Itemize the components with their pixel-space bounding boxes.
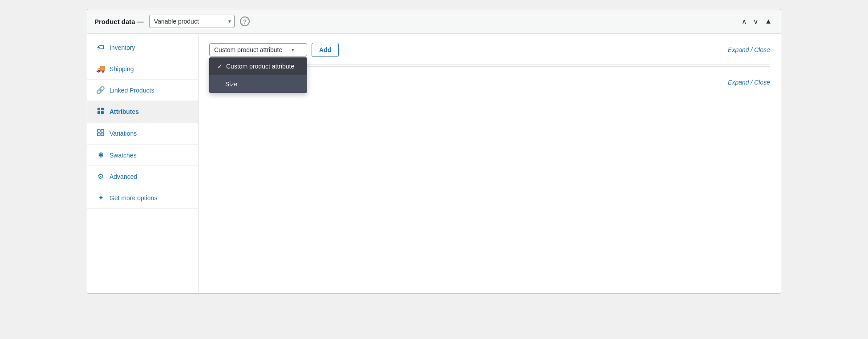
svg-rect-5 (101, 129, 104, 132)
shipping-icon: 🚚 (96, 65, 105, 73)
advanced-icon: ⚙ (96, 172, 105, 181)
svg-rect-4 (97, 129, 100, 132)
product-type-select-wrapper[interactable]: Variable product Simple product Grouped … (149, 15, 235, 28)
sidebar-item-variations-label: Variations (110, 130, 137, 137)
variations-icon (96, 129, 105, 138)
swatches-icon: ✱ (96, 151, 105, 159)
attributes-row: Custom product attribute ▾ ✓ Custom prod… (209, 43, 770, 57)
dropdown-item-size[interactable]: Size (209, 75, 307, 93)
sidebar-item-attributes-label: Attributes (110, 108, 139, 115)
arrow-up-button[interactable]: ∧ (740, 16, 749, 27)
attribute-type-selected-label: Custom product attribute (214, 46, 282, 53)
svg-rect-7 (101, 133, 104, 136)
sidebar-item-swatches-label: Swatches (110, 152, 137, 159)
attribute-dropdown-wrapper: Custom product attribute ▾ ✓ Custom prod… (209, 43, 307, 56)
product-data-container: Product data — Variable product Simple p… (87, 9, 781, 294)
sidebar-item-shipping[interactable]: 🚚 Shipping (87, 58, 198, 80)
main-content: Custom product attribute ▾ ✓ Custom prod… (199, 34, 781, 292)
product-type-select[interactable]: Variable product Simple product Grouped … (149, 15, 235, 28)
sidebar: 🏷 Inventory 🚚 Shipping 🔗 Linked Products (87, 34, 199, 292)
help-icon[interactable]: ? (240, 16, 250, 26)
svg-rect-0 (97, 108, 100, 110)
header-left: Product data — Variable product Simple p… (94, 15, 250, 28)
add-attribute-button[interactable]: Add (312, 43, 339, 57)
product-data-header: Product data — Variable product Simple p… (87, 9, 781, 34)
dropdown-item-custom[interactable]: ✓ Custom product attribute (209, 57, 307, 75)
inventory-icon: 🏷 (96, 44, 105, 52)
arrow-expand-button[interactable]: ▲ (763, 16, 774, 26)
dropdown-item-size-label: Size (225, 81, 237, 88)
attribute-type-select-arrow: ▾ (292, 47, 294, 53)
arrow-down-button[interactable]: ∨ (751, 16, 760, 27)
attributes-icon (96, 107, 105, 116)
svg-rect-6 (97, 133, 100, 136)
sidebar-item-linked-products[interactable]: 🔗 Linked Products (87, 80, 198, 101)
header-arrows: ∧ ∨ ▲ (740, 16, 774, 27)
sidebar-item-variations[interactable]: Variations (87, 123, 198, 145)
sidebar-item-shipping-label: Shipping (110, 65, 134, 73)
sidebar-item-inventory[interactable]: 🏷 Inventory (87, 37, 198, 58)
sidebar-item-inventory-label: Inventory (110, 44, 135, 51)
attribute-type-select[interactable]: Custom product attribute ▾ (209, 43, 307, 56)
sidebar-item-linked-products-label: Linked Products (110, 87, 154, 94)
checkmark-icon: ✓ (217, 63, 223, 70)
dropdown-item-custom-label: Custom product attribute (226, 63, 294, 70)
get-more-options-icon: ✦ (96, 194, 105, 202)
expand-close-link-bottom[interactable]: Expand / Close (728, 79, 770, 86)
svg-rect-3 (101, 111, 104, 114)
sidebar-item-swatches[interactable]: ✱ Swatches (87, 145, 198, 166)
sidebar-item-get-more-options-label: Get more options (110, 194, 157, 202)
sidebar-item-get-more-options[interactable]: ✦ Get more options (87, 187, 198, 209)
sidebar-item-attributes[interactable]: Attributes (87, 101, 198, 123)
sidebar-item-advanced[interactable]: ⚙ Advanced (87, 166, 198, 187)
attribute-dropdown-menu: ✓ Custom product attribute Size (209, 57, 307, 93)
sidebar-item-advanced-label: Advanced (110, 173, 137, 180)
linked-products-icon: 🔗 (96, 86, 105, 94)
product-data-title: Product data — (94, 18, 144, 25)
expand-close-link-top[interactable]: Expand / Close (728, 46, 770, 53)
svg-rect-1 (101, 108, 104, 110)
product-data-body: 🏷 Inventory 🚚 Shipping 🔗 Linked Products (87, 34, 781, 292)
svg-rect-2 (97, 111, 100, 114)
